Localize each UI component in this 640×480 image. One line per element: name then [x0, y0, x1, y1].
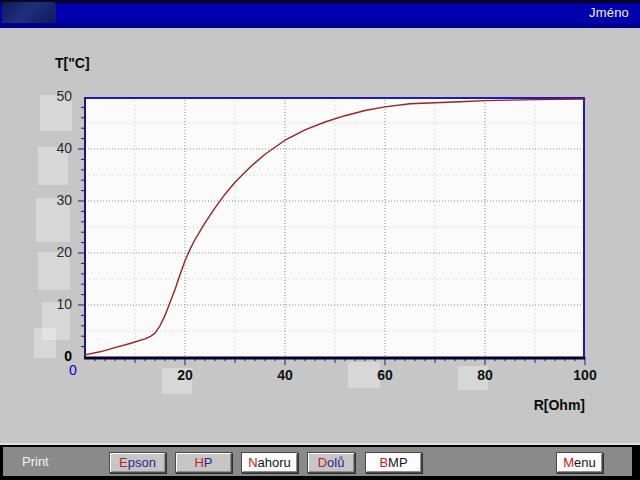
chart-area: T["C] 01020304050020406080100 R[Ohm] — [0, 28, 640, 443]
button-label: MP — [388, 455, 408, 470]
y-tick-label: 10 — [56, 296, 72, 312]
y-tick-label: 20 — [56, 244, 72, 260]
x-tick-label: 20 — [177, 367, 193, 383]
app-screen: Jméno T["C] 01020304050020406080100 R[Oh… — [0, 0, 640, 480]
button-hotkey-letter: E — [119, 455, 128, 470]
y-axis-title: T["C] — [55, 55, 90, 71]
x-tick-label: 0 — [69, 362, 77, 378]
y-tick-label: 50 — [56, 88, 72, 104]
button-hotkey-letter: N — [248, 455, 257, 470]
button-label: ahoru — [258, 455, 291, 470]
button-label: olů — [327, 455, 344, 470]
x-tick-label: 80 — [477, 367, 493, 383]
hp-button[interactable]: HP — [175, 452, 232, 473]
epson-button[interactable]: Epson — [109, 452, 166, 473]
x-tick-label: 100 — [573, 367, 596, 383]
button-hotkey-letter: B — [379, 455, 388, 470]
dol-button[interactable]: Dolů — [307, 452, 355, 473]
button-label: pson — [128, 455, 156, 470]
plot-canvas — [70, 97, 595, 372]
bmp-button[interactable]: BMP — [365, 452, 422, 473]
bottom-bar-frame: Print EpsonHPNahoruDolůBMPMenu — [0, 445, 640, 480]
nahoru-button[interactable]: Nahoru — [241, 452, 298, 473]
button-label: enu — [574, 455, 596, 470]
y-tick-label: 30 — [56, 192, 72, 208]
x-tick-label: 60 — [377, 367, 393, 383]
x-tick-label: 40 — [277, 367, 293, 383]
button-label: P — [204, 455, 213, 470]
y-tick-label: 40 — [56, 140, 72, 156]
button-hotkey-letter: H — [194, 455, 203, 470]
button-hotkey-letter: M — [563, 455, 574, 470]
bottom-bar: Print EpsonHPNahoruDolůBMPMenu — [0, 443, 640, 480]
window-title: Jméno — [589, 0, 629, 23]
button-hotkey-letter: D — [318, 455, 327, 470]
x-axis-title: R[Ohm] — [534, 397, 585, 413]
title-bar: Jméno — [0, 0, 640, 28]
screen-ghost-artifact — [34, 328, 56, 358]
titlebar-top-edge — [0, 0, 640, 3]
bottom-bar-inner: Print EpsonHPNahoruDolůBMPMenu — [3, 447, 632, 476]
menu-button[interactable]: Menu — [556, 452, 603, 473]
print-label: Print — [22, 454, 49, 469]
